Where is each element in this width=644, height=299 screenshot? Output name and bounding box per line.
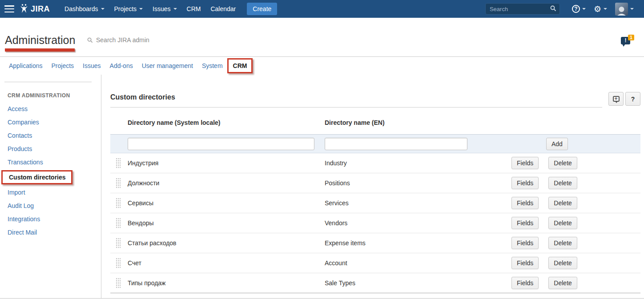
directory-row: Счет Account Fields Delete [110, 253, 640, 273]
fields-button[interactable]: Fields [511, 257, 539, 269]
directory-name-locale: Сервисы [128, 199, 325, 207]
delete-button[interactable]: Delete [548, 277, 577, 289]
help-icon: ? [572, 5, 580, 13]
admin-tab[interactable]: System [197, 62, 227, 69]
chevron-down-icon [582, 8, 586, 10]
delete-button[interactable]: Delete [548, 177, 577, 189]
admin-settings-menu[interactable]: ⚙ [594, 5, 607, 13]
fields-button[interactable]: Fields [511, 177, 539, 189]
chevron-down-icon [604, 8, 607, 10]
admin-tab[interactable]: Add-ons [105, 62, 137, 69]
sidebar-item: Contacts [0, 129, 101, 142]
directory-row: Вендоры Vendors Fields Delete [110, 213, 640, 233]
directory-name-en: Sale Types [325, 279, 511, 287]
notifications-button[interactable]: ! 1 [621, 35, 634, 47]
directory-name-en: Industry [325, 159, 511, 167]
drag-handle-icon[interactable] [115, 197, 121, 209]
sidebar-item-link[interactable]: Companies [0, 116, 101, 129]
sidebar-item: Custom directories [0, 169, 101, 186]
content-area: CRM ADMINISTRATION Access Companies [0, 75, 644, 298]
add-button[interactable]: Add [546, 138, 568, 150]
admin-tab[interactable]: Applications [4, 62, 47, 69]
sidebar-item: Integrations [0, 212, 101, 226]
sidebar-item-link[interactable]: Audit Log [0, 199, 101, 212]
navbar-menu-item[interactable]: Issues [153, 5, 177, 12]
section-divider [110, 107, 602, 108]
user-avatar [615, 3, 628, 16]
sidebar-item-link[interactable]: Products [0, 142, 101, 155]
delete-button[interactable]: Delete [548, 237, 577, 249]
sidebar-item: Companies [0, 116, 101, 129]
fields-button[interactable]: Fields [511, 217, 539, 229]
sidebar-item-link[interactable]: Transactions [0, 155, 101, 169]
global-search-input[interactable] [485, 3, 560, 15]
drag-handle-icon[interactable] [115, 277, 121, 289]
top-navbar: JIRA Dashboards Projects Issues [0, 0, 644, 18]
chevron-down-icon [173, 8, 177, 10]
sidebar-item-link[interactable]: Direct Mail [0, 226, 101, 239]
navbar-menu-item[interactable]: Dashboards [64, 5, 105, 12]
admin-tab[interactable]: Issues [78, 62, 105, 69]
sidebar-item-link[interactable]: Custom directories [0, 169, 101, 186]
brand-text: JIRA [31, 4, 50, 14]
search-icon [87, 37, 93, 43]
directory-row: Индустрия Industry Fields Delete [110, 153, 640, 173]
admin-tab-bar: Applications Projects Issues Add-ons Use… [0, 56, 644, 75]
directory-name-en: Account [325, 259, 511, 267]
annotation-underline-administration [5, 48, 75, 52]
new-directory-locale-input[interactable] [128, 138, 314, 150]
navbar-menu-item[interactable]: Calendar [210, 5, 236, 12]
app-switcher-menu-icon[interactable] [4, 5, 14, 12]
section-title: Custom directories [110, 93, 640, 101]
gear-icon: ⚙ [594, 5, 601, 13]
new-directory-en-input[interactable] [325, 138, 467, 150]
admin-search-input[interactable] [96, 36, 185, 44]
fields-button[interactable]: Fields [511, 237, 539, 249]
help-menu[interactable]: ? [572, 5, 586, 13]
directory-row: Должности Positions Fields Delete [110, 173, 640, 193]
delete-button[interactable]: Delete [548, 217, 577, 229]
create-button[interactable]: Create [247, 3, 277, 15]
admin-tab[interactable]: CRM [227, 62, 253, 69]
drag-handle-icon[interactable] [115, 217, 121, 229]
column-header-locale: Directory name (System locale) [128, 119, 325, 126]
delete-button[interactable]: Delete [548, 157, 577, 169]
directory-name-en: Services [325, 199, 511, 207]
delete-button[interactable]: Delete [548, 257, 577, 269]
sidebar-item: Access [0, 102, 101, 116]
directory-name-en: Expense items [325, 239, 511, 247]
navbar-menu-item[interactable]: Projects [114, 5, 143, 12]
add-directory-row: Add [110, 134, 640, 153]
fields-button[interactable]: Fields [511, 197, 539, 209]
sidebar-divider [4, 82, 92, 82]
navbar-menu-item[interactable]: CRM [187, 5, 201, 12]
admin-tab[interactable]: Projects [47, 62, 79, 69]
help-button[interactable]: ? [625, 92, 640, 106]
crm-admin-sidebar: CRM ADMINISTRATION Access Companies [0, 75, 101, 298]
sidebar-item-link[interactable]: Contacts [0, 129, 101, 142]
directory-row: Сервисы Services Fields Delete [110, 193, 640, 213]
feedback-button[interactable]: + [608, 92, 624, 106]
fields-button[interactable]: Fields [511, 277, 539, 289]
global-search [485, 3, 560, 15]
admin-tab[interactable]: User management [137, 62, 197, 69]
delete-button[interactable]: Delete [548, 197, 577, 209]
sidebar-item-link[interactable]: Import [0, 186, 101, 199]
page-title: Administration [5, 34, 75, 47]
directory-name-locale: Типы продаж [128, 279, 325, 287]
main-panel: Custom directories + ? Directory name (S… [101, 75, 644, 298]
drag-handle-icon[interactable] [115, 157, 121, 169]
sidebar-item: Direct Mail [0, 226, 101, 239]
directory-name-locale: Вендоры [128, 219, 325, 227]
chevron-down-icon [630, 8, 634, 10]
drag-handle-icon[interactable] [115, 177, 121, 189]
sidebar-item-link[interactable]: Integrations [0, 212, 101, 226]
drag-handle-icon[interactable] [115, 257, 121, 269]
sidebar-item-link[interactable]: Access [0, 102, 101, 116]
drag-handle-icon[interactable] [115, 237, 121, 249]
user-profile-menu[interactable] [615, 3, 634, 16]
jira-logo[interactable]: JIRA [20, 4, 50, 14]
sidebar-section-title: CRM ADMINISTRATION [8, 92, 101, 99]
fields-button[interactable]: Fields [511, 157, 539, 169]
admin-search [87, 36, 185, 44]
